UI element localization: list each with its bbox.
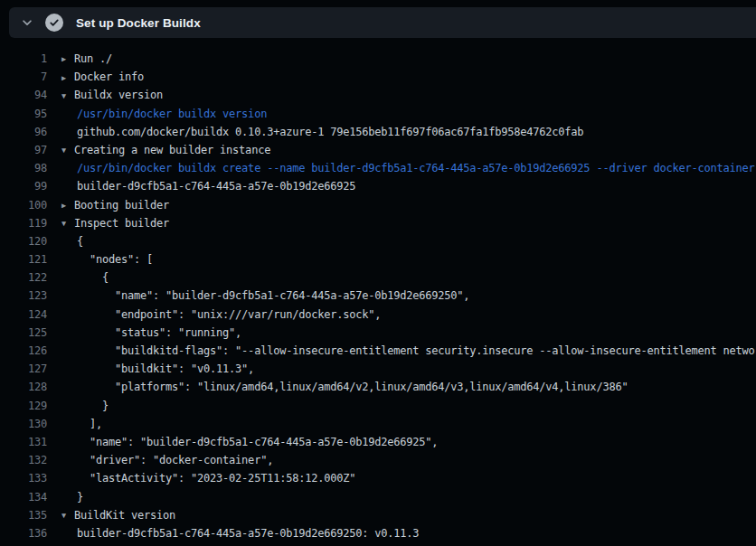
line-number[interactable]: 128 [0, 378, 47, 396]
line-number[interactable]: 98 [0, 159, 47, 177]
group-title: BuildKit version [74, 509, 175, 522]
output-text: ], [77, 418, 102, 430]
line-number[interactable]: 97 [0, 141, 47, 159]
line-number[interactable]: 121 [0, 250, 47, 268]
log-group-row: 7▶Docker info [0, 68, 756, 86]
output-text: "endpoint": "unix:///var/run/docker.sock… [77, 308, 381, 321]
log-group-row: 119▼Inspect builder [0, 214, 756, 232]
line-number[interactable]: 119 [0, 214, 47, 232]
output-text: { [77, 235, 83, 248]
log-content: "name": "builder-d9cfb5a1-c764-445a-a57e… [47, 433, 756, 451]
line-number[interactable]: 122 [0, 268, 47, 287]
log-line: 132 "driver": "docker-container", [0, 451, 756, 469]
step-header[interactable]: Set up Docker Buildx [9, 7, 756, 38]
group-title: Booting builder [74, 199, 169, 212]
line-number[interactable]: 124 [0, 306, 47, 324]
log-line: 96github.com/docker/buildx 0.10.3+azure-… [0, 123, 756, 141]
log-line: 136builder-d9cfb5a1-c764-445a-a57e-0b19d… [0, 524, 756, 542]
triangle-right-icon[interactable]: ▶ [61, 196, 74, 214]
log-line: 133 "lastActivity": "2023-02-25T11:58:12… [0, 469, 756, 487]
triangle-down-icon[interactable]: ▼ [61, 506, 74, 524]
log-content: "driver": "docker-container", [47, 451, 756, 469]
log-group-row: 97▼Creating a new builder instance [0, 141, 756, 159]
output-text: github.com/docker/buildx 0.10.3+azure-1 … [77, 126, 583, 138]
check-circle-icon [45, 14, 63, 32]
log-line: 95/usr/bin/docker buildx version [0, 105, 756, 123]
line-number[interactable]: 126 [0, 342, 47, 360]
log-line: 127 "buildkit": "v0.11.3", [0, 360, 756, 378]
line-number[interactable]: 134 [0, 488, 47, 506]
log-line: 130 ], [0, 415, 756, 433]
line-number[interactable]: 131 [0, 433, 47, 451]
log-line: 122 { [0, 268, 756, 287]
output-text: builder-d9cfb5a1-c764-445a-a57e-0b19d2e6… [77, 527, 419, 540]
line-number[interactable]: 1 [0, 50, 47, 68]
line-number[interactable]: 96 [0, 123, 47, 141]
line-number[interactable]: 94 [0, 86, 47, 104]
log-line: 131 "name": "builder-d9cfb5a1-c764-445a-… [0, 433, 756, 451]
line-number[interactable]: 7 [0, 68, 47, 86]
output-text: } [77, 491, 83, 504]
log-content: { [47, 268, 756, 287]
triangle-right-icon[interactable]: ▶ [61, 69, 74, 87]
triangle-down-icon[interactable]: ▼ [61, 214, 74, 232]
group-toggle[interactable]: ▼BuildKit version [47, 506, 756, 524]
triangle-down-icon[interactable]: ▼ [61, 141, 74, 159]
chevron-down-icon[interactable] [20, 15, 34, 30]
command-text: /usr/bin/docker buildx version [77, 108, 267, 120]
group-title: Buildx version [74, 89, 163, 101]
output-text: "lastActivity": "2023-02-25T11:58:12.000… [77, 472, 355, 485]
group-toggle[interactable]: ▼Creating a new builder instance [47, 141, 756, 159]
log-lines: 1▶Run ./7▶Docker info94▼Buildx version95… [0, 38, 756, 546]
group-toggle[interactable]: ▼Buildx version [47, 86, 756, 104]
group-toggle[interactable]: ▼Inspect builder [47, 214, 756, 232]
group-title: Creating a new builder instance [74, 144, 270, 156]
line-number[interactable]: 100 [0, 196, 47, 214]
log-line: 121 "nodes": [ [0, 250, 756, 268]
log-content: "status": "running", [47, 324, 756, 342]
output-text: "driver": "docker-container", [77, 454, 273, 466]
group-toggle[interactable]: ▶Booting builder [47, 196, 756, 214]
log-content: } [47, 397, 756, 415]
log-content: builder-d9cfb5a1-c764-445a-a57e-0b19d2e6… [47, 524, 756, 542]
log-content: "buildkitd-flags": "--allow-insecure-ent… [47, 342, 756, 360]
log-content: "nodes": [ [47, 250, 756, 268]
log-line: 134} [0, 488, 756, 506]
output-text: "buildkitd-flags": "--allow-insecure-ent… [77, 344, 756, 357]
log-line: 128 "platforms": "linux/amd64,linux/amd6… [0, 378, 756, 396]
line-number[interactable]: 120 [0, 232, 47, 250]
line-number[interactable]: 133 [0, 469, 47, 487]
line-number[interactable]: 136 [0, 524, 47, 542]
output-text: "name": "builder-d9cfb5a1-c764-445a-a57e… [77, 436, 438, 448]
log-content: "endpoint": "unix:///var/run/docker.sock… [47, 306, 756, 324]
group-title: Run ./ [74, 52, 112, 65]
log-content: ], [47, 415, 756, 433]
line-number[interactable]: 135 [0, 506, 47, 524]
output-text: "status": "running", [77, 326, 241, 339]
log-content: "lastActivity": "2023-02-25T11:58:12.000… [47, 469, 756, 487]
output-text: "nodes": [ [77, 253, 153, 266]
output-text: "buildkit": "v0.11.3", [77, 362, 254, 375]
line-number[interactable]: 99 [0, 177, 47, 195]
output-text: { [77, 271, 109, 284]
line-number[interactable]: 125 [0, 324, 47, 342]
group-title: Inspect builder [74, 217, 169, 230]
line-number[interactable]: 127 [0, 360, 47, 378]
line-number[interactable]: 129 [0, 397, 47, 415]
log-content: builder-d9cfb5a1-c764-445a-a57e-0b19d2e6… [47, 177, 756, 195]
line-number[interactable]: 123 [0, 287, 47, 305]
log-content: } [47, 488, 756, 506]
line-number[interactable]: 130 [0, 415, 47, 433]
group-toggle[interactable]: ▶Docker info [47, 68, 756, 86]
triangle-down-icon[interactable]: ▼ [61, 87, 74, 105]
line-number[interactable]: 132 [0, 451, 47, 469]
triangle-right-icon[interactable]: ▶ [61, 50, 74, 68]
output-text: builder-d9cfb5a1-c764-445a-a57e-0b19d2e6… [77, 180, 355, 193]
group-title: Docker info [74, 71, 144, 83]
log-line: 98/usr/bin/docker buildx create --name b… [0, 159, 756, 177]
group-toggle[interactable]: ▶Run ./ [47, 50, 756, 68]
output-text: "name": "builder-d9cfb5a1-c764-445a-a57e… [77, 289, 469, 302]
log-line: 123 "name": "builder-d9cfb5a1-c764-445a-… [0, 287, 756, 305]
log-line: 120{ [0, 232, 756, 250]
line-number[interactable]: 95 [0, 105, 47, 123]
